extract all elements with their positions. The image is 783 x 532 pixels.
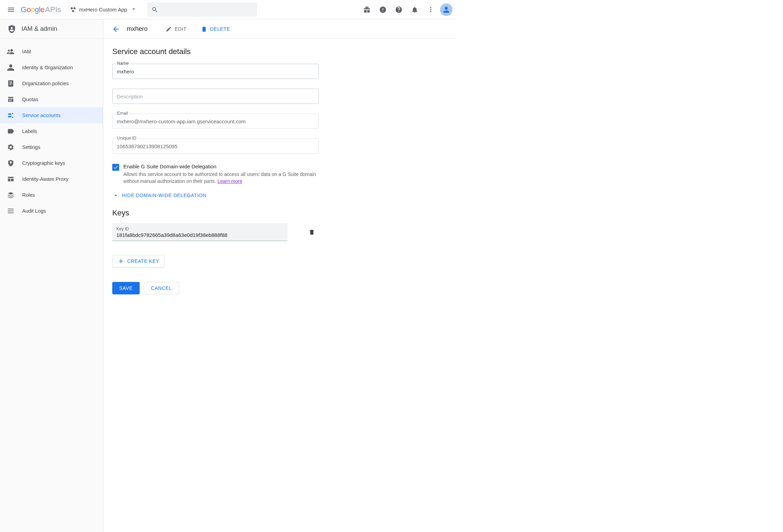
roles-icon — [7, 191, 15, 199]
svg-point-1 — [73, 7, 76, 9]
arrow-back-icon — [112, 25, 120, 33]
name-input[interactable] — [112, 64, 319, 79]
project-icon — [70, 7, 76, 13]
delegation-checkbox-row: Enable G Suite Domain-wide Delegation Al… — [112, 163, 327, 185]
description-field-wrap — [112, 89, 319, 104]
delegation-description: Allows this service account to be author… — [123, 171, 327, 185]
quotas-icon — [7, 96, 15, 103]
service-accounts-icon — [7, 112, 15, 119]
menu-icon — [7, 6, 15, 14]
sidebar-item-quotas[interactable]: Quotas — [0, 91, 103, 107]
sidebar-list: IAM Identity & Organization Organization… — [0, 39, 103, 219]
create-key-button[interactable]: Create key — [112, 255, 165, 267]
gift-button[interactable] — [359, 2, 375, 18]
sidebar-item-audit-logs[interactable]: Audit Logs — [0, 203, 103, 219]
identity-icon — [7, 64, 15, 71]
sidebar-item-label: Settings — [22, 144, 40, 150]
project-picker[interactable]: mxHero Custom App — [67, 3, 140, 17]
svg-point-2 — [72, 10, 74, 12]
email-field-wrap: Email — [112, 114, 319, 129]
sidebar-item-cryptographic-keys[interactable]: Cryptographic keys — [0, 155, 103, 171]
cancel-button[interactable]: Cancel — [144, 282, 179, 294]
google-apis-logo[interactable]: Google APIs — [21, 5, 61, 14]
audit-icon — [7, 207, 15, 215]
learn-more-link[interactable]: Learn more — [218, 178, 243, 184]
trash-icon — [201, 26, 207, 32]
delegation-checkbox[interactable] — [112, 164, 119, 171]
sidebar-item-settings[interactable]: Settings — [0, 139, 103, 155]
menu-button[interactable] — [3, 1, 19, 18]
content: mxhero Edit Delete Service account detai… — [103, 19, 457, 532]
help-button[interactable] — [391, 2, 407, 18]
delete-key-button[interactable] — [305, 225, 319, 239]
user-icon — [442, 5, 451, 14]
email-field-label: Email — [116, 111, 129, 116]
description-input[interactable] — [112, 89, 319, 104]
shield-person-icon — [7, 24, 17, 34]
delegation-label: Enable G Suite Domain-wide Delegation — [123, 163, 327, 169]
content-title: mxhero — [127, 25, 148, 33]
content-header: mxhero Edit Delete — [103, 19, 457, 39]
keys-section: Keys Key ID 181fa8bdc9782665a39d8a63e0d1… — [112, 209, 434, 267]
edit-button[interactable]: Edit — [161, 23, 191, 35]
key-id-box: Key ID 181fa8bdc9782665a39d8a63e0d19f38e… — [112, 223, 288, 241]
sidebar-item-label: Cryptographic keys — [22, 160, 65, 166]
alert-circle-icon — [379, 6, 387, 14]
chevron-up-icon — [112, 192, 119, 199]
more-vert-icon — [427, 6, 434, 14]
sidebar-title: IAM & admin — [21, 25, 57, 33]
trash-icon — [309, 229, 315, 235]
sidebar-item-label: Quotas — [22, 97, 38, 102]
name-field-wrap: Name — [112, 64, 319, 79]
notifications-button[interactable] — [407, 2, 423, 18]
sidebar-item-identity-aware-proxy[interactable]: Identity-Aware Proxy — [0, 171, 103, 187]
email-input — [112, 114, 319, 129]
sidebar-item-labels[interactable]: Labels — [0, 123, 103, 139]
edit-icon — [166, 26, 172, 32]
sidebar-item-label: Labels — [22, 128, 37, 134]
sidebar-item-label: Service accounts — [22, 113, 60, 118]
sidebar-item-organization-policies[interactable]: Organization policies — [0, 76, 103, 91]
key-id-value: 181fa8bdc9782665a39d8a63e0d19f38eb888f88 — [116, 232, 283, 238]
search-input[interactable] — [162, 7, 253, 12]
settings-icon — [7, 143, 15, 151]
more-button[interactable] — [423, 2, 439, 18]
section-title-details: Service account details — [112, 47, 434, 56]
sidebar-item-label: Audit Logs — [22, 208, 46, 214]
search-bar[interactable] — [147, 2, 257, 17]
back-button[interactable] — [110, 23, 122, 35]
sidebar-item-service-accounts[interactable]: Service accounts — [0, 107, 103, 123]
help-icon — [395, 6, 403, 14]
save-button[interactable]: Save — [112, 282, 140, 294]
sidebar-item-label: Identity & Organization — [22, 65, 73, 70]
search-icon — [151, 6, 158, 14]
project-name-label: mxHero Custom App — [79, 7, 127, 12]
bell-icon — [411, 6, 419, 14]
gift-icon — [363, 6, 371, 14]
sidebar-item-roles[interactable]: Roles — [0, 187, 103, 203]
sidebar-item-label: Identity-Aware Proxy — [22, 176, 69, 182]
toggle-delegation-button[interactable]: Hide domain-wide delegation — [112, 192, 434, 199]
account-avatar[interactable] — [440, 3, 452, 16]
topbar: Google APIs mxHero Custom App — [0, 0, 457, 19]
sidebar-item-label: Organization policies — [22, 81, 69, 86]
policies-icon — [7, 80, 15, 87]
footer-buttons: Save Cancel — [112, 282, 434, 294]
name-field-label: Name — [116, 61, 130, 66]
delete-button[interactable]: Delete — [197, 23, 234, 35]
sidebar: IAM & admin IAM Identity & Organization … — [0, 19, 103, 532]
check-icon — [113, 165, 118, 170]
alert-button[interactable] — [375, 2, 391, 18]
sidebar-header: IAM & admin — [0, 19, 103, 39]
sidebar-item-label: Roles — [22, 192, 35, 198]
iap-icon — [7, 175, 15, 183]
section-title-keys: Keys — [112, 209, 434, 218]
unique-id-input — [112, 139, 319, 154]
plus-icon — [117, 258, 124, 265]
key-id-label: Key ID — [116, 227, 283, 231]
crypto-icon — [7, 159, 15, 167]
sidebar-item-iam[interactable]: IAM — [0, 44, 103, 60]
sidebar-item-identity-organization[interactable]: Identity & Organization — [0, 60, 103, 76]
key-row: Key ID 181fa8bdc9782665a39d8a63e0d19f38e… — [112, 223, 434, 241]
dropdown-icon — [131, 6, 137, 14]
